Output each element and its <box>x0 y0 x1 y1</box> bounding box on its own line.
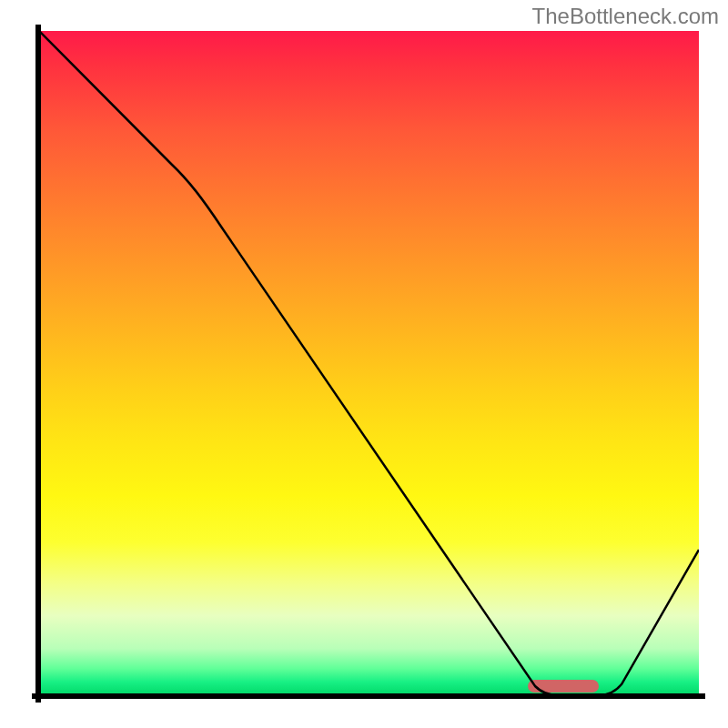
watermark-text: TheBottleneck.com <box>532 4 719 29</box>
chart-container: TheBottleneck.com <box>0 0 728 728</box>
chart-plot-area <box>39 31 699 695</box>
bottleneck-curve-line <box>39 31 699 695</box>
